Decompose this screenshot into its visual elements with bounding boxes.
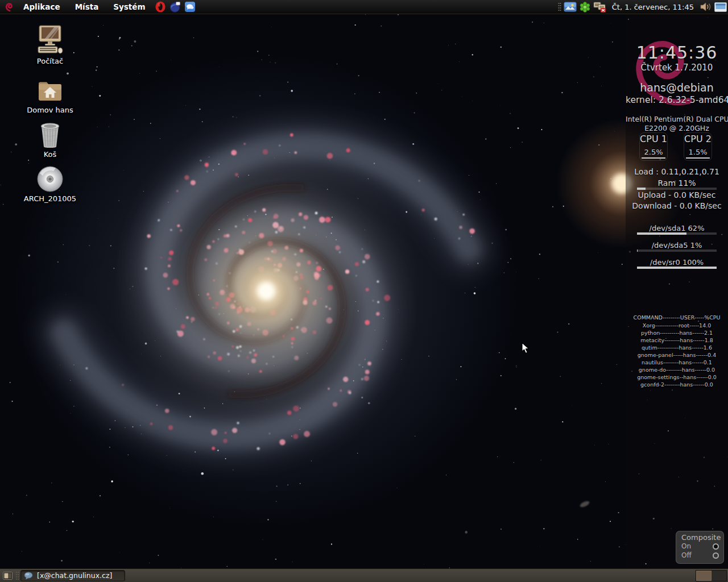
notification-area: Čt, 1. červenec, 11:45 (558, 0, 728, 14)
sr0-bar (637, 267, 717, 269)
composite-option-off[interactable]: Off (681, 551, 719, 560)
tray-handle[interactable] (558, 2, 561, 11)
panel-clock[interactable]: Čt, 1. červenec, 11:45 (607, 3, 698, 11)
desktop-icon-label: Počítač (19, 57, 81, 65)
computer-icon (19, 23, 81, 55)
display-icon[interactable] (714, 0, 727, 14)
desktop-icon-trash[interactable]: Koš (19, 117, 81, 159)
desktop-icon-computer[interactable]: Počítač (19, 23, 81, 65)
composite-on-label: On (681, 542, 691, 550)
desktop-icon-cdrom[interactable]: ARCH_201005 (19, 161, 81, 203)
desktop-icon-home[interactable]: Domov hans (19, 72, 81, 114)
menu-system[interactable]: Systém (106, 0, 152, 14)
chat-bubble-icon (24, 572, 34, 580)
sda1-bar (637, 232, 717, 235)
debian-menu-icon[interactable] (3, 1, 16, 13)
conky-monitor: 11:45:36 Čtvrtek 1.7.2010 hans@debian ke… (626, 14, 728, 568)
cpu1-bar (642, 157, 665, 159)
screen: Aplikace Místa Systém (0, 0, 728, 582)
menu-places[interactable]: Místa (68, 0, 106, 14)
conky-disk-sda1: /dev/sda1 62% (626, 224, 728, 232)
conky-process-row: gnome-settings--hans------0.0 (626, 374, 728, 380)
show-desktop-button[interactable] (1, 569, 14, 582)
galaxy-wallpaper (0, 14, 728, 568)
conky-kernel: kernel: 2.6.32-5-amd64 (626, 95, 728, 105)
cpu2-label: CPU 2 (684, 134, 712, 144)
desktop-icon-label: ARCH_201005 (19, 194, 81, 203)
sda5-bar (637, 250, 717, 252)
network-offline-icon[interactable] (593, 0, 607, 14)
conky-load: Load : 0.11,0.21,0.71 (626, 167, 728, 176)
conky-date: Čtvrtek 1.7.2010 (626, 63, 728, 73)
radio-on[interactable] (713, 543, 719, 550)
conky-download: Download - 0.0 KB/sec (626, 201, 728, 210)
composite-off-label: Off (681, 551, 692, 559)
volume-icon[interactable] (699, 0, 713, 14)
screenshot-photo-icon[interactable] (564, 0, 577, 14)
composite-title: Composite (681, 533, 719, 542)
composite-widget: Composite On Off (676, 531, 724, 564)
ram-bar (637, 188, 717, 190)
conky-process-row: nautilus--------hans------0.1 (626, 359, 728, 365)
conky-disk-sda5: /dev/sda5 1% (626, 241, 728, 250)
conky-time: 11:45:36 (626, 43, 728, 63)
conky-user-host: hans@debian (626, 81, 728, 94)
composite-option-on[interactable]: On (681, 542, 719, 551)
menu-applications[interactable]: Aplikace (16, 0, 68, 14)
conky-process-row: python----------hans------2.1 (626, 330, 728, 336)
cpu2-bar (686, 157, 710, 159)
opera-icon[interactable] (154, 0, 167, 14)
conky-process-row: gnome-panel-----hans------0.4 (626, 352, 728, 358)
top-panel: Aplikace Místa Systém (0, 0, 728, 14)
mouse-cursor (522, 342, 530, 354)
conky-upload: Upload - 0.0 KB/sec (626, 190, 728, 199)
cdrom-icon (19, 161, 81, 193)
task-label: [x@chat.gnulinux.cz] (37, 571, 112, 580)
bottom-panel: [x@chat.gnulinux.cz] (0, 568, 728, 582)
conky-process-row: metacity--------hans------1.8 (626, 337, 728, 343)
workspace-1[interactable] (696, 571, 712, 581)
chat-app-icon[interactable] (183, 0, 197, 14)
cpu1-usage: 2.5% (644, 148, 663, 156)
home-folder-icon (19, 72, 81, 104)
conky-process-header: COMMAND---------USER-----%CPU (626, 314, 728, 321)
conky-process-row: qutim-----------hans------1.6 (626, 344, 728, 351)
desktop-icon-label: Koš (19, 150, 81, 159)
globe-browser-icon[interactable] (168, 0, 182, 14)
trash-icon (19, 117, 81, 148)
taskbar-item-chat[interactable]: [x@chat.gnulinux.cz] (20, 570, 125, 581)
conky-cpu2-box: CPU 2 1.5% (684, 132, 712, 161)
panel-grip[interactable] (15, 571, 19, 580)
conky-process-row: gconfd-2--------hans------0.0 (626, 381, 728, 388)
cpu2-usage: 1.5% (688, 148, 707, 156)
conky-cpu-model: Intel(R) Pentium(R) Dual CPU (626, 115, 728, 123)
conky-process-row: gnome-do--------hans------0.0 (626, 367, 728, 373)
icq-flower-icon[interactable] (578, 0, 592, 14)
radio-off[interactable] (713, 552, 719, 559)
conky-disk-sr0: /dev/sr0 100% (626, 258, 728, 267)
desktop[interactable]: Počítač Domov hans (0, 14, 728, 568)
conky-cpu-model: E2200 @ 2.20GHz (626, 124, 728, 132)
conky-process-row: Xorg------------root-----14.0 (626, 322, 728, 329)
workspace-2[interactable] (712, 571, 727, 581)
desktop-icon-label: Domov hans (19, 106, 81, 114)
conky-cpu1-box: CPU 1 2.5% (639, 132, 668, 161)
conky-ram-label: Ram 11% (626, 178, 728, 188)
cpu1-label: CPU 1 (640, 134, 667, 144)
workspace-switcher (696, 570, 727, 581)
